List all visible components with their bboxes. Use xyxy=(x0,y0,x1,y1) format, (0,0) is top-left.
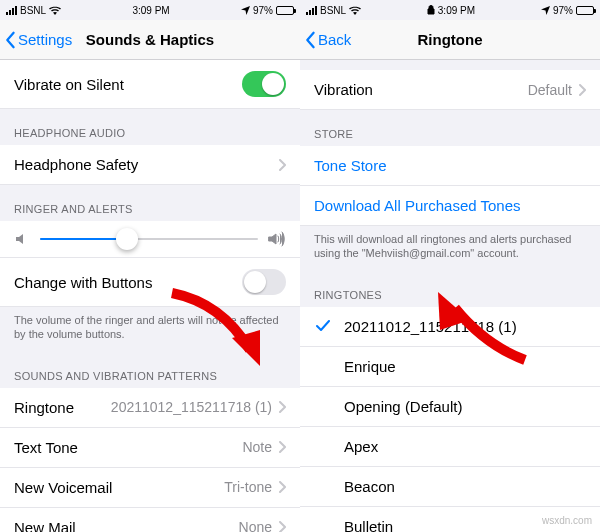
volume-footer: The volume of the ringer and alerts will… xyxy=(0,307,300,352)
battery-icon xyxy=(276,6,294,15)
screen-sounds-haptics: BSNL 3:09 PM 97% Settings Sounds & Hapti… xyxy=(0,0,300,532)
sounds-patterns-header: SOUNDS AND VIBRATION PATTERNS xyxy=(0,352,300,388)
row-label: Change with Buttons xyxy=(14,274,242,291)
volume-low-icon xyxy=(14,231,30,247)
sound-row-text-tone[interactable]: Text ToneNote xyxy=(0,428,300,468)
back-button[interactable]: Settings xyxy=(0,31,72,49)
chevron-right-icon xyxy=(278,441,286,453)
volume-high-icon xyxy=(268,231,286,247)
vibrate-silent-toggle[interactable] xyxy=(242,71,286,97)
clock-label: 3:09 PM xyxy=(438,5,475,16)
download-purchased-link[interactable]: Download All Purchased Tones xyxy=(300,186,600,226)
change-with-buttons-row[interactable]: Change with Buttons xyxy=(0,258,300,307)
change-buttons-toggle[interactable] xyxy=(242,269,286,295)
row-value: Note xyxy=(242,439,272,455)
download-footer: This will download all ringtones and ale… xyxy=(300,226,600,271)
vibration-row[interactable]: Vibration Default xyxy=(300,70,600,110)
chevron-right-icon xyxy=(278,159,286,171)
watermark: wsxdn.com xyxy=(542,515,592,526)
ringtone-option[interactable]: Opening (Default) xyxy=(300,387,600,427)
ringtones-header: RINGTONES xyxy=(300,271,600,307)
chevron-right-icon xyxy=(578,84,586,96)
row-value: Tri-tone xyxy=(224,479,272,495)
status-bar: BSNL 3:09 PM 97% xyxy=(0,0,300,20)
row-label: New Mail xyxy=(14,519,239,532)
clock-label: 3:09 PM xyxy=(61,5,241,16)
screen-ringtone: BSNL 3:09 PM 97% Back Ringtone Vib xyxy=(300,0,600,532)
chevron-right-icon xyxy=(278,481,286,493)
ringtone-option[interactable]: Beacon xyxy=(300,467,600,507)
row-value: None xyxy=(239,519,272,532)
signal-icon xyxy=(6,6,17,15)
back-label: Settings xyxy=(18,31,72,48)
row-value: 20211012_115211718 (1) xyxy=(111,399,272,415)
back-label: Back xyxy=(318,31,351,48)
checkmark-icon xyxy=(314,320,332,332)
row-label: Vibrate on Silent xyxy=(14,76,242,93)
location-icon xyxy=(241,6,250,15)
row-label: Headphone Safety xyxy=(14,156,278,173)
ringtone-option[interactable]: Apex xyxy=(300,427,600,467)
volume-slider[interactable] xyxy=(40,238,258,240)
volume-slider-row[interactable] xyxy=(0,221,300,258)
wifi-icon xyxy=(349,6,361,15)
sound-row-new-voicemail[interactable]: New VoicemailTri-tone xyxy=(0,468,300,508)
ringtone-name: Apex xyxy=(344,438,378,455)
navigation-bar: Settings Sounds & Haptics xyxy=(0,20,300,60)
ringtone-name: Bulletin xyxy=(344,518,393,532)
wifi-icon xyxy=(49,6,61,15)
battery-pct: 97% xyxy=(553,5,573,16)
ringtone-name: Enrique xyxy=(344,358,396,375)
slider-thumb[interactable] xyxy=(116,228,138,250)
carrier-label: BSNL xyxy=(320,5,346,16)
battery-pct: 97% xyxy=(253,5,273,16)
status-bar: BSNL 3:09 PM 97% xyxy=(300,0,600,20)
back-button[interactable]: Back xyxy=(300,31,351,49)
store-header: STORE xyxy=(300,110,600,146)
ringtone-name: Opening (Default) xyxy=(344,398,462,415)
ringtone-name: Beacon xyxy=(344,478,395,495)
row-label: Vibration xyxy=(314,81,528,98)
ringtone-option[interactable]: Enrique xyxy=(300,347,600,387)
signal-icon xyxy=(306,6,317,15)
ringtone-option[interactable]: 20211012_115211718 (1) xyxy=(300,307,600,347)
carrier-label: BSNL xyxy=(20,5,46,16)
chevron-right-icon xyxy=(278,401,286,413)
row-label: Text Tone xyxy=(14,439,242,456)
row-value: Default xyxy=(528,82,572,98)
headphone-audio-header: HEADPHONE AUDIO xyxy=(0,109,300,145)
row-label: Ringtone xyxy=(14,399,111,416)
chevron-right-icon xyxy=(278,521,286,532)
headphone-safety-row[interactable]: Headphone Safety xyxy=(0,145,300,185)
lock-icon xyxy=(427,5,435,15)
battery-icon xyxy=(576,6,594,15)
sound-row-ringtone[interactable]: Ringtone20211012_115211718 (1) xyxy=(0,388,300,428)
location-icon xyxy=(541,6,550,15)
ringer-alerts-header: RINGER AND ALERTS xyxy=(0,185,300,221)
ringtone-name: 20211012_115211718 (1) xyxy=(344,318,517,335)
vibrate-on-silent-row[interactable]: Vibrate on Silent xyxy=(0,60,300,109)
row-label: New Voicemail xyxy=(14,479,224,496)
navigation-bar: Back Ringtone xyxy=(300,20,600,60)
tone-store-link[interactable]: Tone Store xyxy=(300,146,600,186)
sound-row-new-mail[interactable]: New MailNone xyxy=(0,508,300,532)
